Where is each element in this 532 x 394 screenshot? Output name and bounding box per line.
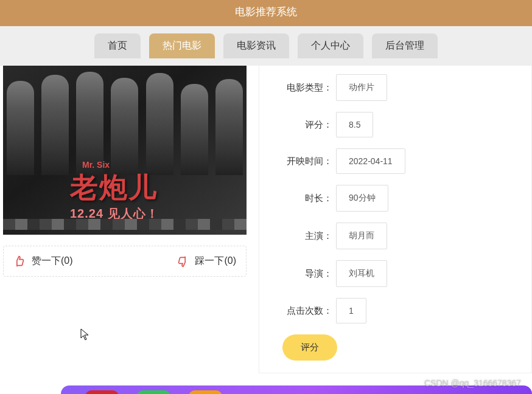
nav-admin[interactable]: 后台管理 xyxy=(372,33,438,58)
detail-label-duration: 时长： xyxy=(271,193,332,204)
detail-label-director: 导演： xyxy=(271,268,332,280)
vote-bar: 赞一下(0) 踩一下(0) xyxy=(3,246,247,277)
dislike-label: 踩一下(0) xyxy=(195,255,236,268)
detail-label-clicks: 点击次数： xyxy=(271,305,332,317)
detail-label-type: 电影类型： xyxy=(271,82,332,94)
rate-button[interactable]: 评分 xyxy=(282,334,337,361)
watermark: CSDN @qq_3166678367 xyxy=(424,378,521,388)
ad-number-1: 1 xyxy=(85,390,119,395)
poster-title: 老炮儿 xyxy=(70,169,158,207)
poster-subtitle: Mr. Six xyxy=(82,160,110,170)
ad-number-2: 2 xyxy=(137,390,170,395)
detail-value-starring: 胡月而 xyxy=(336,223,387,249)
detail-label-starring: 主演： xyxy=(271,230,332,242)
detail-value-release: 2022-04-11 xyxy=(336,148,405,174)
movie-details-panel: 电影类型： 动作片 评分： 8.5 开映时间： 2022-04-11 时长： 9… xyxy=(259,66,532,373)
header-title: 电影推荐系统 xyxy=(235,6,297,18)
poster-logo-strip xyxy=(3,219,247,230)
nav-hot-movies[interactable]: 热门电影 xyxy=(149,33,215,58)
like-label: 赞一下(0) xyxy=(32,255,73,268)
dislike-button[interactable]: 踩一下(0) xyxy=(177,255,236,268)
nav-home[interactable]: 首页 xyxy=(94,33,141,58)
detail-label-release: 开映时间： xyxy=(271,156,332,167)
movie-poster[interactable]: Mr. Six 老炮儿 12.24 见人心！ xyxy=(3,66,247,235)
detail-label-rating: 评分： xyxy=(271,119,332,131)
nav-user-center[interactable]: 个人中心 xyxy=(298,33,363,58)
thumbs-up-icon xyxy=(13,255,26,268)
page-header: 电影推荐系统 xyxy=(0,0,532,26)
detail-value-duration: 90分钟 xyxy=(336,185,388,212)
main-nav: 首页 热门电影 电影资讯 个人中心 后台管理 xyxy=(0,26,532,66)
ad-number-3: 3 xyxy=(189,390,222,395)
detail-value-type: 动作片 xyxy=(336,74,387,101)
detail-value-director: 刘耳机 xyxy=(336,260,387,287)
thumbs-down-icon xyxy=(177,255,189,268)
detail-value-clicks: 1 xyxy=(336,298,366,323)
nav-movie-news[interactable]: 电影资讯 xyxy=(223,33,289,58)
like-button[interactable]: 赞一下(0) xyxy=(13,255,73,268)
detail-value-rating: 8.5 xyxy=(336,112,373,137)
